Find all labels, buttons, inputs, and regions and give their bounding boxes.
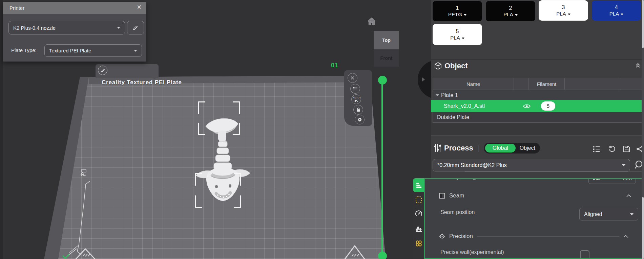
layer-slider-track[interactable]: [381, 82, 383, 256]
column-name[interactable]: Name: [433, 78, 514, 90]
filament-number-pill[interactable]: 5: [541, 101, 555, 111]
separator: |: [478, 144, 480, 152]
table-row-plate1[interactable]: Plate 1: [433, 90, 642, 101]
plate-type-label: Plate Type:: [11, 47, 37, 53]
expand-caret-icon[interactable]: [436, 94, 439, 96]
collapse-chevron-icon[interactable]: [626, 194, 631, 197]
filament-slot-2[interactable]: 2 PLA: [486, 1, 535, 21]
section-gap: [431, 123, 644, 136]
close-icon[interactable]: ✕: [137, 4, 142, 11]
filament-slot-1[interactable]: 1 PETG: [433, 1, 482, 21]
plate-edit-pencil-icon[interactable]: [98, 66, 107, 75]
process-section-header: Process | Global Object: [434, 143, 540, 154]
printer-edit-button[interactable]: [127, 21, 144, 34]
pencil-icon: [133, 25, 138, 30]
column-blank2: [565, 78, 620, 90]
row-divider: [465, 171, 643, 172]
tab-object[interactable]: Object: [516, 143, 539, 154]
object-table: Name Filament Plate 1: [433, 78, 643, 101]
plate-name-text: Creality Textured PEI Plate: [102, 79, 182, 86]
seam-position-label: Seam position: [440, 209, 475, 215]
view-cube-top[interactable]: Top: [374, 31, 399, 49]
panel-collapse-arrow-icon: [422, 77, 425, 82]
column-blank1: [514, 78, 529, 90]
settings-tab-column: [413, 178, 424, 259]
quality-layers-icon: [415, 182, 422, 189]
precise-wall-checkbox[interactable]: [580, 250, 589, 259]
collapse-chevron-icon[interactable]: [623, 235, 628, 238]
printer-panel-header[interactable]: Printer ✕: [3, 2, 146, 14]
filament-slot-3[interactable]: 3 PLA: [539, 0, 588, 21]
home-view-icon[interactable]: [367, 17, 376, 26]
process-preset-dropdown[interactable]: *0.20mm Standard@K2 Plus: [433, 159, 630, 171]
chevron-down-icon: [117, 27, 120, 29]
selection-bracket-tail: [198, 101, 240, 135]
table-row-shark-selected[interactable]: Shark_v2.0_A.stl 5: [431, 100, 644, 112]
object-table-header: Name Filament: [433, 78, 642, 90]
others-clover-icon: [415, 240, 422, 247]
layer-slider-bottom-knob[interactable]: [378, 252, 387, 259]
chevron-down-icon: [464, 14, 466, 16]
chevron-down-icon: [568, 14, 570, 15]
settings-panel: First layer height 0.2 mm Seam Seam posi…: [424, 178, 643, 259]
support-icon: [415, 225, 422, 232]
chevron-down-icon: [622, 164, 625, 166]
save-icon[interactable]: [623, 145, 630, 152]
first-layer-height-label: First layer height: [440, 178, 480, 180]
tab-support[interactable]: [415, 225, 422, 232]
plate-notch: [149, 76, 160, 79]
precision-icon: [439, 233, 445, 239]
table-row-outside-plate[interactable]: Outside Plate: [433, 112, 642, 123]
chevron-down-icon: [621, 14, 623, 15]
tab-speed[interactable]: [415, 210, 422, 217]
plate-type-dropdown[interactable]: Textured PEI Plate: [44, 44, 142, 57]
printer-panel-title: Printer: [9, 5, 24, 11]
scrollbar-thumb[interactable]: [642, 197, 644, 259]
object-title: Object: [444, 62, 468, 70]
panel-divider: [431, 135, 644, 136]
tab-global[interactable]: Global: [485, 144, 516, 152]
plate-auto-arrange-button[interactable]: AUTO: [351, 94, 361, 104]
layer-slider-top-knob[interactable]: [378, 76, 387, 85]
plate-number-label: 01: [331, 62, 338, 69]
plate-list-button[interactable]: [350, 84, 360, 94]
scrollbar-thumb[interactable]: [642, 0, 644, 48]
filament-slot-4[interactable]: 4 PLA: [592, 0, 641, 21]
chevron-down-icon: [134, 50, 137, 52]
scrollbar-track[interactable]: [642, 0, 644, 259]
selection-bracket-head: [195, 173, 241, 208]
chevron-down-icon: [515, 14, 518, 16]
precise-wall-label: Precise wall(experimental): [440, 249, 504, 255]
reset-icon[interactable]: [608, 145, 616, 153]
seam-position-dropdown[interactable]: Aligned: [579, 208, 638, 220]
chevron-down-icon: [462, 38, 464, 39]
object-section-header: Object: [434, 62, 468, 70]
tab-others[interactable]: [415, 240, 422, 247]
seam-section-header[interactable]: Seam: [439, 192, 631, 199]
process-title: Process: [444, 144, 473, 152]
view-cube-front[interactable]: Front: [374, 49, 399, 67]
seam-icon: [439, 193, 445, 199]
strength-icon: [415, 196, 422, 204]
chevron-down-icon: [630, 213, 633, 215]
object-collapse-button[interactable]: [636, 63, 640, 68]
column-blank3: [620, 78, 642, 90]
plate-toolbar: AUTO: [344, 70, 372, 126]
tab-strength[interactable]: [415, 196, 422, 204]
printer-panel: Printer ✕ K2 Plus-0.4 nozzle Plate Type:…: [3, 2, 146, 62]
printer-dropdown[interactable]: K2 Plus-0.4 nozzle: [8, 21, 125, 34]
tab-quality-active[interactable]: [413, 178, 424, 192]
cube-icon: [434, 62, 442, 70]
plate-lock-button[interactable]: [353, 105, 363, 115]
panel-divider: [431, 60, 644, 60]
visibility-eye-icon[interactable]: [523, 103, 531, 109]
plate-settings-button[interactable]: [355, 115, 365, 124]
sliders-icon: [434, 144, 441, 152]
first-layer-height-input[interactable]: 0.2 mm: [588, 178, 636, 184]
parameter-list-icon[interactable]: [593, 145, 600, 153]
speed-gauge-icon: [415, 210, 422, 217]
filament-slot-5[interactable]: 5 PLA: [433, 24, 482, 45]
precision-section-header[interactable]: Precision: [439, 233, 628, 240]
column-filament[interactable]: Filament: [529, 78, 565, 90]
plate-close-button[interactable]: [348, 73, 357, 83]
